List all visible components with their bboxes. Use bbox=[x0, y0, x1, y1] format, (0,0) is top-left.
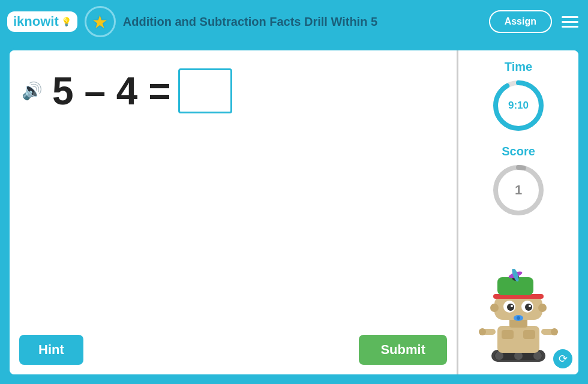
score-label: Score bbox=[502, 145, 535, 158]
svg-point-33 bbox=[538, 304, 547, 312]
question-area: 🔊 5 – 4 = bbox=[22, 68, 445, 113]
score-circle: 1 bbox=[491, 163, 545, 217]
header: iknowit 💡 ★ Addition and Subtraction Fac… bbox=[0, 0, 588, 43]
hint-button[interactable]: Hint bbox=[19, 335, 83, 365]
svg-point-16 bbox=[551, 328, 558, 335]
next-button[interactable]: ⟳ bbox=[553, 349, 572, 368]
score-value: 1 bbox=[515, 182, 522, 198]
arrow-icon: ⟳ bbox=[559, 352, 568, 365]
svg-point-15 bbox=[479, 328, 486, 335]
svg-point-26 bbox=[507, 304, 514, 311]
activity-title: Addition and Subtraction Facts Drill Wit… bbox=[123, 15, 482, 29]
star-icon: ★ bbox=[92, 11, 108, 32]
submit-button[interactable]: Submit bbox=[359, 335, 447, 365]
time-label: Time bbox=[505, 60, 532, 74]
left-panel: 🔊 5 – 4 = Hint Submit bbox=[10, 50, 458, 374]
logo-text: iknowit bbox=[13, 15, 59, 28]
right-panel: Time 9:10 Score 1 bbox=[458, 50, 578, 374]
bulb-icon: 💡 bbox=[61, 17, 71, 26]
timer-circle: 9:10 bbox=[491, 79, 545, 133]
answer-input-box[interactable] bbox=[178, 68, 232, 113]
main-area: 🔊 5 – 4 = Hint Submit Time 9:10 bbox=[0, 43, 588, 384]
timer-value: 9:10 bbox=[508, 100, 529, 112]
svg-point-7 bbox=[495, 352, 503, 360]
svg-rect-12 bbox=[523, 330, 535, 339]
svg-rect-11 bbox=[502, 330, 514, 339]
svg-point-8 bbox=[514, 352, 523, 360]
menu-button[interactable] bbox=[559, 14, 581, 30]
hamburger-line-2 bbox=[562, 21, 578, 23]
hamburger-line-3 bbox=[562, 26, 578, 28]
math-expression: 5 – 4 = bbox=[52, 68, 232, 113]
svg-point-32 bbox=[490, 304, 499, 312]
svg-point-27 bbox=[525, 304, 532, 311]
svg-point-31 bbox=[517, 316, 520, 320]
sound-button[interactable]: 🔊 bbox=[22, 81, 43, 101]
svg-rect-10 bbox=[497, 326, 539, 353]
content-wrapper: 🔊 5 – 4 = Hint Submit Time 9:10 bbox=[7, 48, 581, 377]
robot-character bbox=[476, 269, 560, 365]
math-text: 5 – 4 = bbox=[52, 69, 171, 113]
star-badge: ★ bbox=[85, 6, 116, 37]
assign-button[interactable]: Assign bbox=[489, 10, 552, 33]
svg-point-9 bbox=[533, 352, 542, 360]
svg-point-28 bbox=[511, 305, 513, 307]
svg-point-29 bbox=[529, 305, 531, 307]
robot-container bbox=[466, 229, 571, 365]
bottom-buttons: Hint Submit bbox=[19, 335, 447, 365]
logo: iknowit 💡 bbox=[7, 11, 77, 32]
hamburger-line-1 bbox=[562, 16, 578, 18]
